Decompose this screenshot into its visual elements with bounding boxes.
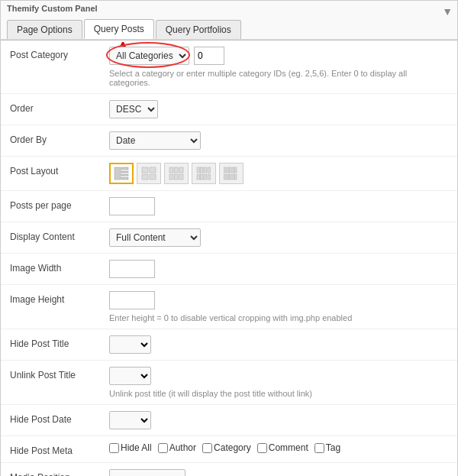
svg-rect-34 [235,174,237,180]
unlink-post-title-row: Unlink Post Title Yes No Unlink post tit… [1,361,457,405]
post-category-select[interactable]: All Categories [109,47,189,65]
svg-rect-23 [204,174,207,180]
post-layout-label: Post Layout [10,163,109,176]
order-by-row: Order By Date Title ID Author Random [1,125,457,157]
hide-post-date-label: Hide Post Date [10,411,109,425]
image-width-controls [109,260,448,278]
layout-list-icon[interactable] [109,163,134,184]
svg-rect-7 [142,167,148,173]
svg-rect-18 [201,167,204,173]
svg-rect-25 [224,167,227,173]
image-height-controls: Enter height = 0 to disable vertical cro… [109,291,448,322]
svg-rect-5 [121,174,128,176]
svg-rect-15 [175,174,179,180]
post-category-id-input[interactable]: 0 [194,47,224,65]
unlink-post-title-select[interactable]: Yes No [109,367,151,385]
hide-all-checkbox[interactable] [109,443,119,453]
category-select-wrapper: All Categories [109,47,189,65]
category-checkbox[interactable] [202,443,212,453]
custom-panel: Themify Custom Panel Page Options Query … [0,0,458,476]
order-by-select[interactable]: Date Title ID Author Random [109,131,201,150]
order-row: Order DESC ASC [1,94,457,125]
hide-post-title-controls: Yes No [109,335,448,354]
comment-checkbox[interactable] [257,443,267,453]
svg-rect-11 [169,167,173,173]
svg-rect-4 [121,171,128,173]
layout-grid4-icon[interactable] [192,163,216,184]
media-position-select[interactable]: Above Below [109,469,185,476]
order-select[interactable]: DESC ASC [109,100,158,118]
svg-rect-17 [197,167,200,173]
hide-post-meta-label: Hide Post Meta [10,442,109,456]
posts-per-page-input[interactable] [109,197,155,215]
svg-rect-8 [150,167,156,173]
post-category-row: Post Category All Categories 0 Select a … [1,40,457,94]
display-content-select[interactable]: Full Content Excerpt None [109,228,201,247]
svg-rect-24 [208,174,211,180]
author-checkbox[interactable] [158,443,168,453]
svg-rect-16 [179,174,183,180]
posts-per-page-label: Posts per page [10,197,109,211]
hide-post-title-row: Hide Post Title Yes No [1,329,457,361]
panel-body: Post Category All Categories 0 Select a … [1,40,457,476]
svg-rect-30 [224,174,227,180]
panel-title: Themify Custom Panel [7,4,98,13]
tab-query-portfolios[interactable]: Query Portfolios [156,20,241,39]
svg-rect-13 [179,167,183,173]
display-content-row: Display Content Full Content Excerpt Non… [1,222,457,254]
tag-checkbox-label[interactable]: Tag [314,442,340,453]
unlink-post-title-label: Unlink Post Title [10,367,109,380]
hide-post-date-controls: Yes No [109,411,448,429]
posts-per-page-controls [109,197,448,215]
order-label: Order [10,100,109,114]
image-width-row: Image Width [1,254,457,285]
svg-rect-19 [204,167,207,173]
svg-rect-22 [201,174,204,180]
posts-per-page-row: Posts per page [1,191,457,222]
svg-rect-28 [232,167,234,173]
display-content-label: Display Content [10,228,109,242]
image-height-row: Image Height Enter height = 0 to disable… [1,285,457,329]
svg-rect-33 [232,174,234,180]
svg-rect-31 [227,174,229,180]
svg-rect-10 [150,174,156,180]
svg-rect-6 [121,177,128,180]
panel-header: Themify Custom Panel Page Options Query … [1,1,457,40]
image-height-input[interactable] [109,291,155,309]
layout-grid2-icon[interactable] [137,163,161,184]
media-position-row: Media Position Above Below [1,463,457,476]
hide-post-date-row: Hide Post Date Yes No [1,405,457,436]
tab-query-posts[interactable]: Query Posts [84,19,154,39]
layout-grid5-icon[interactable] [219,163,244,184]
svg-rect-2 [114,167,121,180]
image-width-input[interactable] [109,260,155,278]
post-category-hint: Select a category or enter multiple cate… [109,69,448,87]
svg-rect-29 [235,167,237,173]
hide-post-meta-row: Hide Post Meta Hide All Author Category … [1,436,457,463]
post-category-controls: All Categories 0 Select a category or en… [109,47,448,87]
hide-post-title-select[interactable]: Yes No [109,335,151,354]
post-category-label: Post Category [10,47,109,60]
layout-icons-group [109,163,448,184]
svg-rect-12 [175,167,179,173]
svg-rect-20 [208,167,211,173]
layout-grid3-icon[interactable] [164,163,189,184]
order-by-input-row: Date Title ID Author Random [109,131,448,150]
post-category-input-row: All Categories 0 [109,47,448,65]
order-controls: DESC ASC [109,100,448,118]
media-position-label: Media Position [10,469,109,476]
post-layout-controls [109,163,448,184]
unlink-post-title-hint: Unlink post title (it will display the p… [109,389,448,398]
hide-all-checkbox-label[interactable]: Hide All [109,442,152,453]
order-by-controls: Date Title ID Author Random [109,131,448,150]
image-height-label: Image Height [10,291,109,305]
post-meta-checkboxes-group: Hide All Author Category Comment Tag [109,442,448,453]
hide-post-date-select[interactable]: Yes No [109,411,151,429]
svg-rect-26 [227,167,229,173]
tag-checkbox[interactable] [314,443,324,453]
author-checkbox-label[interactable]: Author [158,442,196,453]
tab-page-options[interactable]: Page Options [7,20,82,39]
comment-checkbox-label[interactable]: Comment [257,442,308,453]
panel-collapse-button[interactable]: ▼ [442,5,453,18]
category-checkbox-label[interactable]: Category [202,442,251,453]
